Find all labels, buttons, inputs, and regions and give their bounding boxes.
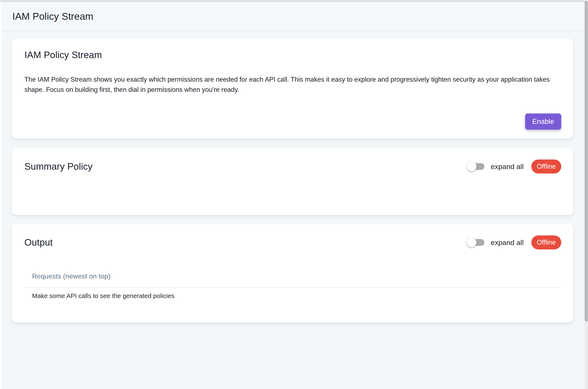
toggle-knob-icon[interactable]: [467, 162, 477, 171]
requests-empty-message: Make some API calls to see the generated…: [32, 292, 561, 299]
status-badge: Offline: [531, 160, 561, 173]
requests-heading: Requests (newest on top): [32, 272, 561, 280]
requests-divider: [24, 287, 561, 288]
description-line: The IAM Policy Stream shows you exactly …: [24, 74, 561, 85]
status-badge: Offline: [531, 235, 561, 249]
output-heading: Output: [24, 237, 468, 248]
scrollbar-thumb[interactable]: [585, 1, 588, 322]
left-edge-sliver: [0, 2, 1, 389]
requests-section: Requests (newest on top) Make some API c…: [24, 272, 561, 299]
summary-policy-header-row: Summary Policy expand all Offline: [24, 159, 561, 174]
summary-policy-card: Summary Policy expand all Offline: [12, 148, 573, 215]
description-line: shape. Focus on building first, then dia…: [24, 85, 561, 95]
enable-button[interactable]: Enable: [525, 113, 561, 130]
summary-policy-heading: Summary Policy: [24, 161, 468, 172]
page-title: IAM Policy Stream: [12, 11, 93, 22]
intro-card-heading: IAM Policy Stream: [24, 49, 561, 61]
intro-card-description: The IAM Policy Stream shows you exactly …: [24, 74, 561, 95]
toggle-knob-icon[interactable]: [467, 238, 477, 247]
expand-all-label: expand all: [491, 238, 524, 247]
expand-all-toggle[interactable]: [468, 163, 484, 170]
output-card: Output expand all Offline Requests (newe…: [12, 224, 573, 323]
app-header: IAM Policy Stream: [0, 2, 585, 31]
expand-all-toggle[interactable]: [468, 239, 484, 246]
scrollbar[interactable]: [585, 0, 588, 389]
intro-card: IAM Policy Stream The IAM Policy Stream …: [12, 38, 573, 139]
output-header-row: Output expand all Offline: [24, 235, 561, 250]
browser-chrome-strip: [0, 0, 585, 2]
page: IAM Policy Stream IAM Policy Stream The …: [0, 2, 585, 389]
expand-all-label: expand all: [491, 162, 524, 171]
